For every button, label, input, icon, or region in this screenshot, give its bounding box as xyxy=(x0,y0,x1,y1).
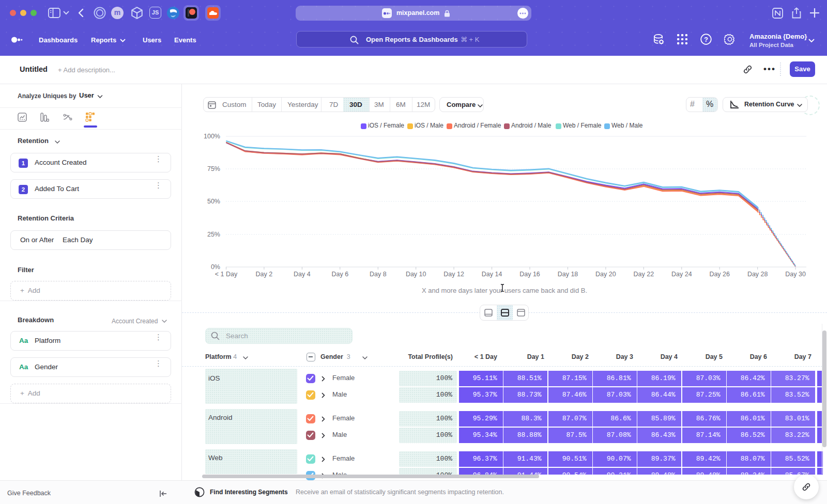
svg-text:Day 30: Day 30 xyxy=(785,271,806,278)
svg-text:0%: 0% xyxy=(211,263,220,271)
svg-text:25%: 25% xyxy=(207,231,220,238)
svg-text:Day 12: Day 12 xyxy=(443,271,464,278)
svg-text:Day 14: Day 14 xyxy=(482,271,502,278)
svg-text:Day 10: Day 10 xyxy=(406,271,426,278)
svg-text:Day 8: Day 8 xyxy=(370,271,387,278)
svg-text:Day 16: Day 16 xyxy=(519,271,540,278)
svg-text:?: ? xyxy=(704,36,708,43)
svg-text:Day 18: Day 18 xyxy=(558,271,578,278)
svg-text:75%: 75% xyxy=(207,165,220,172)
svg-text:Day 26: Day 26 xyxy=(709,271,730,278)
svg-text:Day 6: Day 6 xyxy=(331,271,348,278)
svg-text:Day 24: Day 24 xyxy=(671,271,692,278)
svg-text:Day 22: Day 22 xyxy=(633,271,654,278)
svg-text:Day 28: Day 28 xyxy=(747,271,768,278)
svg-text:< 1 Day: < 1 Day xyxy=(215,271,238,278)
svg-text:100%: 100% xyxy=(204,133,220,140)
svg-text:50%: 50% xyxy=(207,198,220,205)
svg-text:Day 20: Day 20 xyxy=(595,271,616,278)
svg-text:Day 4: Day 4 xyxy=(294,271,311,278)
svg-text:Day 2: Day 2 xyxy=(256,271,273,278)
